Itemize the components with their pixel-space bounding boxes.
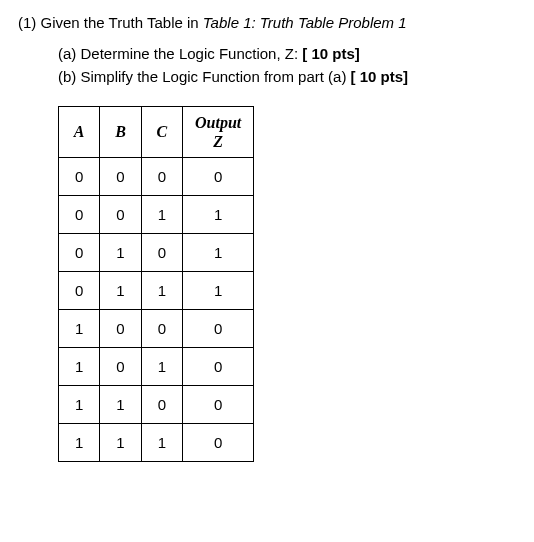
cell-b: 0 xyxy=(100,196,141,234)
part-a-text: (a) Determine the Logic Function, Z: xyxy=(58,45,302,62)
cell-c: 0 xyxy=(141,234,182,272)
header-z: Z xyxy=(195,132,241,151)
table-reference: Table 1: Truth Table Problem 1 xyxy=(203,14,407,31)
part-a-points: [ 10 pts] xyxy=(302,45,360,62)
truth-table: A B C Output Z 0 0 0 0 0 0 1 1 0 1 0 1 xyxy=(58,106,254,462)
cell-z: 0 xyxy=(183,348,254,386)
table-header-row: A B C Output Z xyxy=(59,107,254,158)
table-row: 1 1 0 0 xyxy=(59,386,254,424)
header-output: Output Z xyxy=(183,107,254,158)
table-body: 0 0 0 0 0 0 1 1 0 1 0 1 0 1 1 1 1 0 0 0 xyxy=(59,158,254,462)
cell-c: 0 xyxy=(141,158,182,196)
cell-b: 1 xyxy=(100,272,141,310)
subparts: (a) Determine the Logic Function, Z: [ 1… xyxy=(58,43,516,88)
table-row: 0 0 1 1 xyxy=(59,196,254,234)
cell-a: 0 xyxy=(59,158,100,196)
table-row: 0 1 1 1 xyxy=(59,272,254,310)
cell-a: 0 xyxy=(59,234,100,272)
cell-z: 1 xyxy=(183,272,254,310)
cell-z: 1 xyxy=(183,234,254,272)
table-row: 1 1 1 0 xyxy=(59,424,254,462)
cell-c: 1 xyxy=(141,272,182,310)
header-a: A xyxy=(59,107,100,158)
cell-z: 0 xyxy=(183,386,254,424)
cell-b: 0 xyxy=(100,310,141,348)
cell-z: 0 xyxy=(183,424,254,462)
part-a: (a) Determine the Logic Function, Z: [ 1… xyxy=(58,43,516,66)
table-row: 0 1 0 1 xyxy=(59,234,254,272)
header-c: C xyxy=(141,107,182,158)
intro-text: (1) Given the Truth Table in xyxy=(18,14,203,31)
cell-c: 1 xyxy=(141,196,182,234)
cell-a: 1 xyxy=(59,310,100,348)
cell-c: 1 xyxy=(141,348,182,386)
table-row: 0 0 0 0 xyxy=(59,158,254,196)
header-b: B xyxy=(100,107,141,158)
cell-a: 1 xyxy=(59,424,100,462)
part-b: (b) Simplify the Logic Function from par… xyxy=(58,66,516,89)
cell-a: 1 xyxy=(59,348,100,386)
cell-z: 0 xyxy=(183,158,254,196)
cell-a: 1 xyxy=(59,386,100,424)
cell-b: 1 xyxy=(100,386,141,424)
cell-b: 0 xyxy=(100,348,141,386)
part-b-text: (b) Simplify the Logic Function from par… xyxy=(58,68,351,85)
problem-intro: (1) Given the Truth Table in Table 1: Tr… xyxy=(18,14,516,31)
part-b-points: [ 10 pts] xyxy=(351,68,409,85)
table-row: 1 0 0 0 xyxy=(59,310,254,348)
cell-b: 1 xyxy=(100,424,141,462)
cell-a: 0 xyxy=(59,272,100,310)
cell-c: 0 xyxy=(141,386,182,424)
cell-b: 0 xyxy=(100,158,141,196)
table-row: 1 0 1 0 xyxy=(59,348,254,386)
header-output-label: Output xyxy=(195,114,241,131)
cell-a: 0 xyxy=(59,196,100,234)
cell-z: 1 xyxy=(183,196,254,234)
cell-c: 0 xyxy=(141,310,182,348)
cell-b: 1 xyxy=(100,234,141,272)
cell-c: 1 xyxy=(141,424,182,462)
cell-z: 0 xyxy=(183,310,254,348)
